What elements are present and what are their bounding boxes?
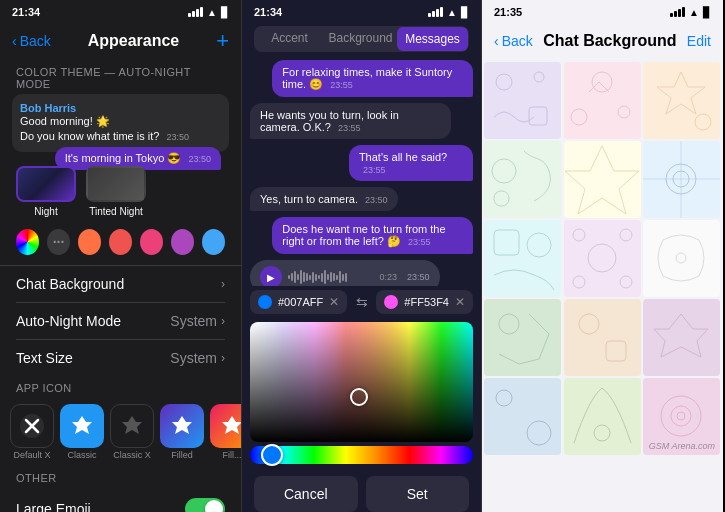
hue-slider[interactable] bbox=[250, 446, 473, 464]
battery-icon-p2: ▊ bbox=[461, 7, 469, 18]
svg-point-27 bbox=[527, 421, 551, 445]
signal-icon-p2 bbox=[428, 7, 443, 17]
color-input-1[interactable]: #007AFF ✕ bbox=[250, 290, 347, 314]
auto-night-row[interactable]: Auto-Night Mode System › bbox=[0, 303, 241, 339]
svg-rect-9 bbox=[494, 191, 509, 206]
bg-item-2[interactable] bbox=[643, 62, 720, 139]
bg-item-10[interactable] bbox=[564, 299, 641, 376]
watermark: GSM Arena.com bbox=[649, 441, 715, 451]
color-gradient-canvas[interactable] bbox=[250, 322, 473, 442]
preview-sender: Bob Harris bbox=[20, 102, 221, 114]
svg-rect-24 bbox=[579, 314, 599, 334]
clear-color-2[interactable]: ✕ bbox=[455, 295, 465, 309]
audio-waveform bbox=[288, 268, 373, 286]
svg-point-5 bbox=[618, 106, 630, 118]
color-dot-blue[interactable] bbox=[202, 229, 225, 255]
bg-item-5[interactable] bbox=[643, 141, 720, 218]
appearance-panel: 21:34 ▲ ▊ ‹ Back Appearance + COLOR THEM… bbox=[0, 0, 241, 512]
app-icon-filled[interactable]: Filled bbox=[160, 404, 204, 460]
background-grid-container: GSM Arena.com bbox=[482, 60, 723, 457]
color-dots-row: ··· bbox=[0, 225, 241, 265]
back-button-p1[interactable]: ‹ Back bbox=[12, 33, 51, 49]
battery-icon-p3: ▊ bbox=[703, 7, 711, 18]
wifi-icon: ▲ bbox=[207, 7, 217, 18]
preview-msg2: Do you know what time is it? 23:50 bbox=[20, 130, 221, 142]
app-icon-fill-more[interactable]: Fill... bbox=[210, 404, 241, 460]
theme-tinted-night[interactable]: Tinted Night bbox=[86, 166, 146, 217]
swap-colors-button[interactable]: ⇆ bbox=[351, 290, 372, 314]
background-grid bbox=[482, 60, 723, 457]
status-indicators-p3: ▲ ▊ bbox=[670, 7, 711, 18]
svg-point-29 bbox=[661, 396, 701, 436]
set-button[interactable]: Set bbox=[366, 476, 470, 512]
bg-item-13[interactable] bbox=[564, 378, 641, 455]
battery-icon: ▊ bbox=[221, 7, 229, 18]
svg-point-2 bbox=[534, 72, 544, 82]
chevron-icon-2: › bbox=[221, 314, 225, 328]
svg-point-31 bbox=[677, 412, 685, 420]
page-title-p1: Appearance bbox=[88, 32, 180, 50]
wifi-icon-p3: ▲ bbox=[689, 7, 699, 18]
bg-item-8[interactable] bbox=[643, 220, 720, 297]
svg-point-23 bbox=[499, 314, 519, 334]
app-icon-default-x[interactable]: Default X bbox=[10, 404, 54, 460]
chat-background-row[interactable]: Chat Background › bbox=[0, 266, 241, 302]
bg-item-12[interactable] bbox=[484, 378, 561, 455]
bg-item-6[interactable] bbox=[484, 220, 561, 297]
wifi-icon-p2: ▲ bbox=[447, 7, 457, 18]
bg-item-9[interactable] bbox=[484, 299, 561, 376]
audio-play-button[interactable]: ▶ bbox=[260, 266, 282, 286]
color-swatch-1 bbox=[258, 295, 272, 309]
svg-point-22 bbox=[676, 253, 686, 263]
svg-point-16 bbox=[527, 233, 551, 257]
rainbow-color-dot[interactable] bbox=[16, 229, 39, 255]
svg-point-8 bbox=[492, 159, 516, 183]
svg-point-19 bbox=[588, 244, 616, 272]
color-theme-label: COLOR THEME — AUTO-NIGHT MODE bbox=[0, 60, 241, 94]
messages-area: For relaxing times, make it Suntory time… bbox=[242, 56, 481, 286]
msg-row-4: Yes, turn to camera. 23:50 bbox=[250, 187, 473, 211]
add-button-p1[interactable]: + bbox=[216, 30, 229, 52]
tab-messages[interactable]: Messages bbox=[397, 27, 468, 51]
bg-item-0[interactable] bbox=[484, 62, 561, 139]
chevron-icon-1: › bbox=[221, 277, 225, 291]
color-dot-red[interactable] bbox=[109, 229, 132, 255]
svg-point-20 bbox=[573, 276, 585, 288]
chevron-icon-3: › bbox=[221, 351, 225, 365]
tab-accent[interactable]: Accent bbox=[254, 26, 325, 52]
status-bar-p1: 21:34 ▲ ▊ bbox=[0, 0, 241, 22]
svg-point-1 bbox=[496, 74, 512, 90]
nav-bar-p1: ‹ Back Appearance + bbox=[0, 22, 241, 60]
color-dot-purple[interactable] bbox=[171, 229, 194, 255]
app-icon-classic[interactable]: Classic bbox=[60, 404, 104, 460]
other-section-label: OTHER bbox=[0, 466, 241, 488]
color-dot-pink[interactable] bbox=[140, 229, 163, 255]
color-dot-orange[interactable] bbox=[78, 229, 101, 255]
theme-selector: Night Tinted Night bbox=[0, 160, 55, 225]
clear-color-1[interactable]: ✕ bbox=[329, 295, 339, 309]
text-size-row[interactable]: Text Size System › bbox=[0, 340, 241, 376]
time-p1: 21:34 bbox=[12, 6, 40, 18]
signal-icon bbox=[188, 7, 203, 17]
page-title-p3: Chat Background bbox=[543, 32, 676, 50]
color-input-2[interactable]: #FF53F4 ✕ bbox=[376, 290, 473, 314]
bg-item-11[interactable] bbox=[643, 299, 720, 376]
svg-point-7 bbox=[695, 114, 711, 130]
bg-item-1[interactable] bbox=[564, 62, 641, 139]
bg-item-4[interactable] bbox=[564, 141, 641, 218]
signal-icon-p3 bbox=[670, 7, 685, 17]
color-picker-handle[interactable] bbox=[350, 388, 368, 406]
more-colors-button[interactable]: ··· bbox=[47, 229, 70, 255]
hue-slider-knob[interactable] bbox=[261, 444, 283, 466]
edit-button-p3[interactable]: Edit bbox=[687, 33, 711, 49]
bg-item-7[interactable] bbox=[564, 220, 641, 297]
app-icon-classic-x[interactable]: Classic X bbox=[110, 404, 154, 460]
chat-preview: Bob Harris Good morning! 🌟 Do you know w… bbox=[12, 94, 229, 152]
theme-night[interactable]: Night bbox=[16, 166, 76, 217]
tab-background[interactable]: Background bbox=[325, 26, 396, 52]
bg-item-3[interactable] bbox=[484, 141, 561, 218]
cancel-button[interactable]: Cancel bbox=[254, 476, 358, 512]
large-emoji-toggle[interactable] bbox=[185, 498, 225, 512]
svg-rect-3 bbox=[529, 107, 547, 125]
back-button-p3[interactable]: ‹ Back bbox=[494, 33, 533, 49]
